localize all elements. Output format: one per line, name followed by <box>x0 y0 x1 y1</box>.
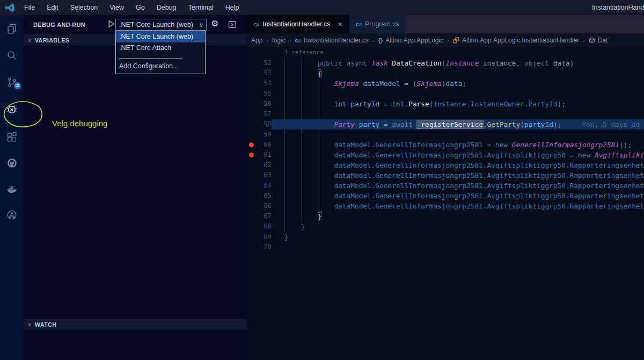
breadcrumb-label: App <box>251 37 262 44</box>
breadcrumb-item[interactable]: Dat <box>589 37 608 44</box>
code-text[interactable]: } <box>284 221 644 232</box>
code-text[interactable]: { <box>284 68 644 78</box>
code-line-53: 53 { <box>247 68 644 78</box>
search-icon[interactable] <box>0 45 24 66</box>
breadcrumb-item[interactable]: App <box>251 37 262 44</box>
codelens-references[interactable]: 1 reference <box>247 47 644 58</box>
breakpoint-gutter[interactable] <box>247 170 259 181</box>
code-text[interactable]: dataModel.GenerellInformasjongrp2581.Avg… <box>284 201 644 211</box>
breakpoint-gutter[interactable] <box>247 242 259 252</box>
breakpoint-gutter[interactable] <box>247 99 259 109</box>
code-line-65: 65 dataModel.GenerellInformasjongrp2581.… <box>247 191 644 201</box>
breakpoint-gutter[interactable] <box>247 58 259 68</box>
code-line-54: 54 Skjema dataModel = (Skjema)data; <box>247 78 644 89</box>
breakpoint-gutter[interactable] <box>247 221 259 232</box>
watch-label: WATCH <box>35 321 57 328</box>
dropdown-item[interactable]: .NET Core Attach <box>116 42 205 54</box>
line-number: 56 <box>259 99 272 109</box>
code-text[interactable]: dataModel.GenerellInformasjongrp2581.Avg… <box>284 181 644 191</box>
menu-view[interactable]: View <box>104 0 130 15</box>
breakpoint-gutter[interactable] <box>247 109 259 119</box>
breakpoint-gutter[interactable] <box>247 211 259 221</box>
line-number: 63 <box>259 170 272 181</box>
code-line-56: 56 int partyId = int.Parse(instance.Inst… <box>247 99 644 109</box>
debug-icon[interactable] <box>0 98 24 120</box>
line-number: 57 <box>259 109 272 119</box>
breakpoint-gutter[interactable] <box>247 150 259 160</box>
code-text[interactable]: dataModel.GenerellInformasjongrp2581.Avg… <box>284 191 644 201</box>
dropdown-item[interactable]: .NET Core Launch (web) <box>116 31 205 42</box>
code-line-62: 62 dataModel.GenerellInformasjongrp2581.… <box>247 160 644 170</box>
code-text[interactable]: public async Task DataCreation(Instance … <box>284 58 644 68</box>
breakpoint-gutter[interactable] <box>247 129 259 140</box>
close-icon[interactable]: × <box>338 20 342 28</box>
menu-help[interactable]: Help <box>219 0 245 15</box>
indent-guide <box>284 150 285 160</box>
indent-guide <box>318 140 318 150</box>
tab-Program.cs[interactable]: C#Program.cs <box>349 15 406 33</box>
line-number: 55 <box>259 89 272 99</box>
code-text[interactable] <box>284 242 644 252</box>
menu-go[interactable]: Go <box>130 0 151 15</box>
indent-guide <box>284 181 285 191</box>
code-text[interactable] <box>284 109 644 119</box>
breakpoint-gutter[interactable] <box>247 140 259 150</box>
breadcrumb-item[interactable]: logic <box>272 37 286 44</box>
explorer-icon[interactable] <box>0 18 24 39</box>
indent-guide <box>284 201 285 211</box>
debug-config-select[interactable]: .NET Core Launch (web) ∨ <box>115 19 207 31</box>
menu-debug[interactable]: Debug <box>151 0 182 15</box>
line-number: 66 <box>259 201 272 211</box>
breakpoint-gutter[interactable] <box>247 160 259 170</box>
breakpoint-gutter[interactable] <box>247 181 259 191</box>
code-text[interactable] <box>284 129 644 140</box>
docker-icon[interactable] <box>0 178 24 200</box>
breadcrumb-item[interactable]: {}Altinn.App.AppLogic <box>378 37 444 44</box>
menu-selection[interactable]: Selection <box>64 0 104 15</box>
code-text[interactable]: dataModel.GenerellInformasjongrp2581.Avg… <box>284 150 644 160</box>
indent-guide <box>301 89 302 99</box>
code-text[interactable]: int partyId = int.Parse(instance.Instanc… <box>284 99 644 109</box>
watch-section-header[interactable]: ∨ WATCH <box>24 318 247 330</box>
code-text[interactable]: } <box>284 211 644 221</box>
extensions-icon[interactable] <box>0 126 24 148</box>
breakpoint-gutter[interactable] <box>247 201 259 211</box>
code-text[interactable]: } <box>284 232 644 242</box>
breakpoint-gutter[interactable] <box>247 191 259 201</box>
code-text[interactable]: dataModel.GenerellInformasjongrp2581.Avg… <box>284 160 644 170</box>
breakpoint-dot[interactable] <box>249 153 254 157</box>
github-icon[interactable] <box>0 152 24 174</box>
code-text[interactable]: dataModel.GenerellInformasjongrp2581 = n… <box>284 140 644 150</box>
menu-file[interactable]: File <box>18 0 41 15</box>
source-control-icon[interactable] <box>0 71 24 93</box>
menu-edit[interactable]: Edit <box>41 0 64 15</box>
tab-InstantiationHandler.cs[interactable]: C#InstantiationHandler.cs× <box>247 15 349 33</box>
indent-guide <box>301 68 302 78</box>
dropdown-item[interactable]: Add Configuration... <box>116 61 205 72</box>
breakpoint-gutter[interactable] <box>247 78 259 89</box>
configure-gear-icon[interactable]: ⚙ <box>211 18 218 28</box>
breakpoint-gutter[interactable] <box>247 119 259 129</box>
menu-terminal[interactable]: Terminal <box>182 0 219 15</box>
line-number: 64 <box>259 181 272 191</box>
code-text[interactable]: Party party = await _registerService.Get… <box>284 119 644 129</box>
code-text[interactable] <box>284 89 644 99</box>
indent-guide <box>301 201 302 211</box>
breakpoint-gutter[interactable] <box>247 89 259 99</box>
breakpoint-dot[interactable] <box>249 142 254 147</box>
csharp-file-icon: C# <box>295 38 301 44</box>
breadcrumb-item[interactable]: Altinn.App.AppLogic.InstantiationHandler <box>453 37 579 44</box>
namespace-icon: {} <box>378 37 383 44</box>
indent-guide <box>301 211 302 221</box>
breakpoint-gutter[interactable] <box>247 68 259 78</box>
start-debug-button[interactable] <box>107 19 116 31</box>
breakpoint-gutter[interactable] <box>247 232 259 242</box>
code-text[interactable]: Skjema dataModel = (Skjema)data; <box>284 78 644 89</box>
breadcrumb-item[interactable]: C#InstantiationHandler.cs <box>295 37 369 44</box>
fork-circle-icon[interactable] <box>0 204 24 226</box>
breadcrumb[interactable]: App›logic›C#InstantiationHandler.cs›{}Al… <box>247 33 644 47</box>
csharp-file-icon: C# <box>253 21 259 27</box>
code-text[interactable]: dataModel.GenerellInformasjongrp2581.Avg… <box>284 170 644 181</box>
debug-console-icon[interactable] <box>228 20 237 31</box>
indent-guide <box>284 191 285 201</box>
